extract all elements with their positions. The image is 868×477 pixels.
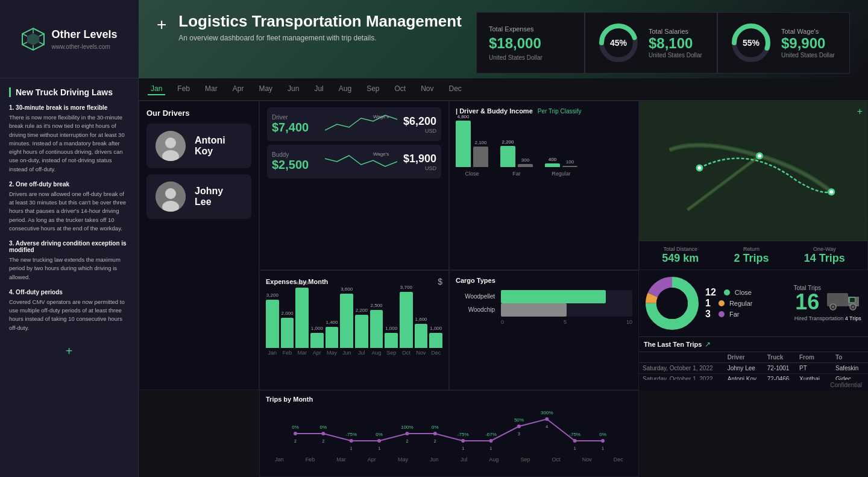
expense-bar-value: 3,200 xyxy=(266,292,278,298)
sidebar-title: New Truck Driving Laws xyxy=(9,87,129,97)
sidebar-section-text: The new trucking law extends the maximum… xyxy=(9,256,129,282)
svg-point-64 xyxy=(573,439,577,443)
wage-base-amount: $7,400 xyxy=(272,121,319,134)
last-trips-arrow: ↗ xyxy=(705,340,711,349)
expense-bar-value: 1,400 xyxy=(326,320,338,325)
expense-bar-value: 3,600 xyxy=(341,286,353,292)
month-tab-apr[interactable]: Apr xyxy=(230,83,247,95)
page-title: Logistics Transportation Management xyxy=(178,12,462,31)
driver-card[interactable]: Johny Lee xyxy=(146,174,251,219)
expenses-currency-icon: $ xyxy=(438,277,442,286)
month-tab-dec[interactable]: Dec xyxy=(446,83,465,95)
trips-month-labels: JanFebMarAprMayJunJulAugSepOctNovDec xyxy=(266,456,632,463)
trip-month-label: Jun xyxy=(430,456,439,463)
table-row: Saturday, October 1, 2022 Antoni Koy 72-… xyxy=(639,373,868,380)
expense-bar-group: 2,200 Jul xyxy=(355,308,368,356)
classification-label: Far xyxy=(729,311,740,318)
wages-gauge: 55% xyxy=(730,22,772,64)
expense-bar-group: 3,600 Jun xyxy=(340,286,353,356)
cargo-bar-row: Woodpellet xyxy=(456,290,632,303)
confidential-label: Confidential xyxy=(639,380,868,390)
month-tab-mar[interactable]: Mar xyxy=(202,83,221,95)
trip-to: Gidec xyxy=(832,373,868,380)
svg-point-55 xyxy=(321,432,325,435)
drivers-list: Antoni Koy Johny Lee xyxy=(146,124,251,219)
one-way-value: 14 Trips xyxy=(804,252,845,265)
dashboard: Other Levels www.other-levels.com + Logi… xyxy=(0,0,868,477)
month-tab-feb[interactable]: Feb xyxy=(174,83,193,95)
sidebar-section-number: 1. 30-minute break is more flexible xyxy=(9,104,129,111)
content-grid: Our Drivers Antoni Koy Johny Lee xyxy=(139,101,868,477)
expense-bar-group: 1,000 Apr xyxy=(310,326,324,356)
header-main: + Logistics Transportation Management An… xyxy=(139,0,868,78)
drivers-title: Our Drivers xyxy=(146,109,251,118)
col-from: From xyxy=(796,352,832,363)
expense-bar xyxy=(295,288,309,348)
trip-month-label: Dec xyxy=(614,456,623,463)
month-tab-jul[interactable]: Jul xyxy=(311,83,326,95)
table-row: Saturday, October 1, 2022 Johny Lee 72-1… xyxy=(639,362,868,373)
buddy-bar xyxy=(562,166,577,167)
sidebar-section-text: Drivers are now allowed one off-duty bre… xyxy=(9,190,129,233)
expense-bar-group: 2,500 Aug xyxy=(370,303,383,356)
trips-tbody: Saturday, October 1, 2022 Johny Lee 72-1… xyxy=(639,362,868,380)
month-tab-jan[interactable]: Jan xyxy=(148,83,165,95)
expense-bar xyxy=(429,333,442,348)
expenses-bar-chart: 3,200 Jan 2,000 Feb 4,000 Mar 1,000 Apr … xyxy=(266,289,442,356)
trip-driver: Johny Lee xyxy=(724,362,764,373)
col-driver: Driver xyxy=(724,352,764,363)
svg-text:0%: 0% xyxy=(432,425,439,430)
one-way-stat: One-Way 14 Trips xyxy=(804,246,845,265)
wages-gauge-pct: 55% xyxy=(743,38,760,48)
svg-point-63 xyxy=(545,417,549,421)
svg-line-7 xyxy=(22,34,27,36)
driver-bar xyxy=(456,121,471,167)
classification-dot xyxy=(724,289,730,295)
driver-avatar xyxy=(156,131,186,161)
expense-bar-month: Jun xyxy=(342,350,351,356)
svg-text:1: 1 xyxy=(378,446,380,450)
income-bar-label: Close xyxy=(465,171,479,177)
buddy-bar xyxy=(518,164,533,167)
total-salaries-currency: United States Dollar xyxy=(649,52,702,58)
svg-text:Wage's: Wage's xyxy=(373,151,389,157)
month-tab-may[interactable]: May xyxy=(256,83,275,95)
map-panel: + xyxy=(639,101,868,270)
drivers-panel: Our Drivers Antoni Koy Johny Lee xyxy=(139,101,259,390)
month-tab-nov[interactable]: Nov xyxy=(418,83,436,95)
sidebar-plus-icon[interactable]: + xyxy=(9,344,129,358)
trip-month-label: Sep xyxy=(520,456,530,463)
main-content: Jan Feb Mar Apr May Jun Jul Aug Sep Oct … xyxy=(139,78,868,477)
expense-bar-value: 2,500 xyxy=(371,303,383,308)
expense-bar-value: 1,000 xyxy=(430,326,442,331)
trips-chart-container: 0% 2 0% 2 -75% 1 0% 1 100% 2 0% 2 -75% 1 xyxy=(266,406,632,463)
expense-bar-group: 1,000 Sep xyxy=(385,326,398,356)
month-tab-oct[interactable]: Oct xyxy=(392,83,409,95)
map-plus-icon[interactable]: + xyxy=(857,106,863,117)
svg-point-59 xyxy=(433,432,437,435)
cargo-bar-bg xyxy=(501,290,632,303)
total-wages-value: $9,900 xyxy=(781,35,835,52)
total-trips-section: Total Trips 16 xyxy=(793,285,862,321)
expense-bar-month: Feb xyxy=(283,350,292,356)
expense-bar xyxy=(370,310,383,348)
trip-month-label: Mar xyxy=(336,456,346,463)
col-truck: Truck xyxy=(764,352,796,363)
cargo-axis: 0510 xyxy=(456,319,632,325)
driver-card[interactable]: Antoni Koy xyxy=(146,124,251,168)
expense-bar xyxy=(266,300,279,348)
income-chart-subtitle: Per Trip Classify xyxy=(538,108,582,115)
month-tab-jun[interactable]: Jun xyxy=(285,83,302,95)
expense-bar-group: 1,400 May xyxy=(326,320,339,356)
wage-chart: Wage's xyxy=(325,112,397,136)
classification-item: 12 Close xyxy=(705,287,752,298)
total-salaries-card: 45% Total Salaries $8,100 United States … xyxy=(585,12,717,74)
logo-icon xyxy=(21,27,45,51)
last-trips-section: The Last Ten Trips ↗ Driver Truck From T… xyxy=(639,336,868,381)
svg-point-58 xyxy=(405,432,409,435)
month-tab-sep[interactable]: Sep xyxy=(363,83,382,95)
trip-date: Saturday, October 1, 2022 xyxy=(639,362,724,373)
trip-date: Saturday, October 1, 2022 xyxy=(639,373,724,380)
expense-bar-month: May xyxy=(327,350,337,356)
month-tab-aug[interactable]: Aug xyxy=(336,83,354,95)
